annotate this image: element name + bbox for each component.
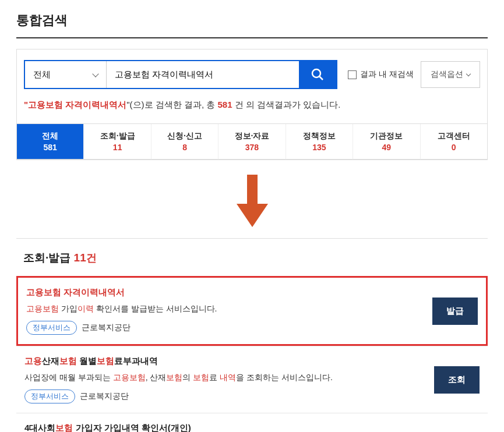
- search-box: 전체: [24, 60, 337, 89]
- re-search-checkbox[interactable]: 결과 내 재검색: [348, 69, 414, 80]
- search-panel: 전체 결과 내 재검색 검색옵션 "고용보험 자격이력내역서"(으)로 검색한 …: [16, 49, 488, 160]
- service-badge: 정부서비스: [24, 389, 75, 403]
- search-input[interactable]: [107, 61, 299, 88]
- search-category-select[interactable]: 전체: [25, 61, 107, 88]
- result-item-title[interactable]: 고용산재보험 월별보험료부과내역: [24, 356, 434, 367]
- search-options-button[interactable]: 검색옵션: [421, 61, 480, 88]
- tab-agency-info[interactable]: 기관정보 49: [353, 124, 420, 160]
- tab-policy-info[interactable]: 정책정보 135: [286, 124, 353, 160]
- search-category-label: 전체: [33, 69, 51, 80]
- result-item-title[interactable]: 고용보험 자격이력내역서: [26, 287, 432, 298]
- pointer-arrow: [16, 172, 488, 232]
- category-tabs: 전체 581 조회·발급 11 신청·신고 8 정보·자료 378 정책정보 1…: [17, 123, 487, 160]
- chevron-down-icon: [92, 70, 98, 77]
- service-badge: 정부서비스: [26, 321, 77, 335]
- lookup-button[interactable]: 조회: [434, 366, 480, 394]
- result-item: 고용산재보험 월별보험료부과내역 사업장에 매월 부과되는 고용보험, 산재보험…: [16, 346, 488, 413]
- section-title: 조회·발급 11건: [16, 238, 488, 276]
- result-summary: "고용보험 자격이력내역서"(으)로 검색한 결과, 총 581 건 의 검색결…: [24, 100, 480, 111]
- re-search-label: 결과 내 재검색: [360, 69, 414, 80]
- org-name: 근로복지공단: [82, 323, 131, 333]
- search-button[interactable]: [299, 61, 336, 88]
- search-options-label: 검색옵션: [431, 69, 463, 80]
- chevron-down-icon: [466, 71, 471, 76]
- page-title: 통합검색: [16, 12, 488, 37]
- search-icon: [311, 68, 325, 82]
- result-item: 4대사회보험 가입자 가입내역 확인서(개인) 4대사회보험 가입 현황 확인(…: [16, 413, 488, 432]
- result-item-desc: 고용보험 가입이력 확인서를 발급받는 서비스입니다.: [26, 303, 432, 315]
- checkbox-icon: [348, 70, 357, 79]
- issue-button[interactable]: 발급: [432, 298, 478, 325]
- org-name: 근로복지공단: [80, 391, 129, 402]
- result-item: 고용보험 자격이력내역서 고용보험 가입이력 확인서를 발급받는 서비스입니다.…: [16, 276, 488, 346]
- tab-apply-report[interactable]: 신청·신고 8: [151, 124, 218, 160]
- tab-info-data[interactable]: 정보·자료 378: [218, 124, 286, 160]
- tab-all[interactable]: 전체 581: [17, 124, 84, 160]
- arrow-down-icon: [232, 172, 273, 230]
- tab-lookup-issue[interactable]: 조회·발급 11: [84, 124, 151, 160]
- tab-customer-center[interactable]: 고객센터 0: [421, 124, 487, 160]
- svg-line-1: [319, 76, 323, 80]
- result-item-desc: 사업장에 매월 부과되는 고용보험, 산재보험의 보험료 내역을 조회하는 서비…: [24, 371, 434, 384]
- result-item-title[interactable]: 4대사회보험 가입자 가입내역 확인서(개인): [24, 423, 434, 432]
- svg-point-0: [312, 69, 320, 77]
- title-divider: [16, 37, 488, 38]
